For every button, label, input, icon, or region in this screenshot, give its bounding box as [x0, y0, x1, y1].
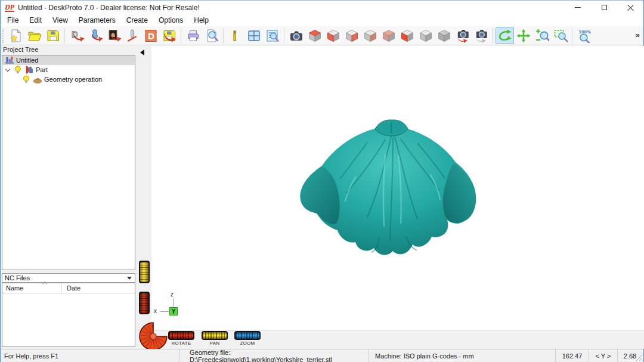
nc-column-name[interactable]: Name — [2, 283, 62, 293]
menu-parameters[interactable]: Parameters — [73, 15, 121, 26]
view-bottom-button[interactable] — [379, 27, 398, 44]
reset-view-button[interactable] — [453, 27, 472, 44]
pan-led-bar-icon — [202, 331, 228, 340]
load-geometry-button[interactable] — [86, 27, 104, 44]
visibility-bulb-icon[interactable] — [13, 65, 23, 75]
toolbar: D D — [1, 26, 643, 45]
view-front-button[interactable] — [324, 27, 342, 44]
view-right-icon — [345, 29, 359, 43]
window-title: Untitled - DeskProto 7.0 - Dealer licens… — [18, 4, 200, 12]
load-bitmap-button[interactable] — [104, 27, 123, 44]
status-machine: Machine: ISO plain G-codes - mm — [369, 349, 555, 362]
zoom-tool-icon — [535, 29, 549, 43]
svg-text:D: D — [72, 29, 78, 39]
nc-files-list-header: Name Date — [2, 283, 135, 293]
rotate-mode-label: ROTATE — [168, 341, 194, 346]
status-help: For Help, press F1 — [1, 349, 179, 362]
d-file-button[interactable]: D — [141, 27, 160, 44]
part-icon — [24, 65, 34, 75]
status-geometry-file: Geometry file: D:\Freedesignwold\1.worki… — [179, 349, 369, 362]
tree-label-geometry-operation: Geometry operation — [44, 76, 102, 83]
snapshot-icon — [289, 29, 304, 43]
pan-speed-bar[interactable] — [139, 261, 150, 283]
view-left-button[interactable] — [398, 27, 416, 44]
view-right-button[interactable] — [342, 27, 361, 44]
open-file-button[interactable] — [25, 27, 44, 44]
menu-file[interactable]: File — [2, 15, 24, 26]
print-preview-icon — [205, 29, 219, 43]
nc-column-date[interactable]: Date — [62, 283, 80, 293]
window-controls — [565, 1, 643, 14]
pan-tool-button[interactable] — [514, 27, 532, 44]
operation-list-button[interactable] — [263, 27, 281, 44]
tree-expand-chevron-icon[interactable] — [5, 67, 10, 72]
rotate-tool-button[interactable] — [496, 27, 514, 44]
open-file-icon — [27, 29, 42, 43]
nc-files-list: Name Date — [2, 283, 135, 347]
rotate-speed-bar[interactable] — [139, 292, 150, 314]
tree-row-geometry-operation[interactable]: Geometry operation — [2, 75, 135, 84]
operation-icon — [33, 75, 42, 84]
tree-label-untitled: Untitled — [16, 57, 38, 64]
new-file-button[interactable] — [7, 27, 25, 44]
tree-row-part[interactable]: Part — [2, 65, 135, 75]
project-icon — [5, 55, 14, 65]
zoom-mode-button[interactable]: ZOOM — [234, 331, 261, 346]
resize-grip[interactable] — [642, 349, 643, 362]
title-bar[interactable]: DP Untitled - DeskProto 7.0 - Dealer lic… — [1, 1, 643, 14]
view-front-icon — [326, 29, 340, 43]
view-perspective-icon — [437, 29, 451, 43]
zoom-window-button[interactable] — [551, 27, 569, 44]
load-vector-button[interactable] — [123, 27, 141, 44]
visibility-bulb-icon[interactable] — [21, 75, 31, 84]
view-isometric-button[interactable] — [416, 27, 435, 44]
rotation-dial[interactable] — [138, 321, 168, 351]
zoom-tool-button[interactable] — [532, 27, 551, 44]
menu-create[interactable]: Create — [121, 15, 153, 26]
svg-text:D: D — [148, 30, 154, 41]
model-3d[interactable] — [296, 118, 481, 262]
menu-help[interactable]: Help — [188, 15, 214, 26]
view-back-button[interactable] — [361, 27, 379, 44]
toolbar-grip[interactable] — [2, 29, 5, 43]
collapse-panel-button[interactable] — [140, 49, 144, 55]
toolbar-separator — [284, 28, 284, 44]
info-button[interactable]: i — [226, 27, 244, 44]
view-top-button[interactable] — [305, 27, 324, 44]
svg-text:i: i — [233, 29, 236, 43]
load-project-button[interactable]: D — [67, 27, 86, 44]
print-button[interactable] — [184, 27, 202, 44]
minimize-icon — [575, 7, 581, 8]
project-tree-header: Project Tree — [1, 46, 137, 54]
operation-list-icon — [265, 29, 280, 43]
toolbar-separator — [493, 28, 493, 44]
viewport-tool-strip — [137, 46, 151, 349]
window-layout-button[interactable] — [244, 27, 263, 44]
toolbar-overflow-chevron[interactable]: » — [636, 30, 640, 39]
menu-options[interactable]: Options — [153, 15, 188, 26]
axis-x-label: x — [154, 308, 157, 314]
window-layout-icon — [247, 29, 261, 43]
view-bottom-icon — [382, 29, 396, 43]
status-coordinate-value: 162.47 — [555, 349, 589, 362]
close-button[interactable] — [617, 1, 643, 14]
nc-files-dropdown[interactable]: NC Files — [2, 273, 135, 283]
save-file-button[interactable] — [44, 27, 62, 44]
viewport-canvas[interactable]: z x Y — [151, 46, 644, 330]
snapshot-button[interactable] — [287, 27, 305, 44]
axis-indicator: z x Y — [153, 291, 180, 318]
tree-row-untitled[interactable]: Untitled — [2, 55, 135, 65]
load-geometry-icon — [88, 29, 103, 43]
view-perspective-button[interactable] — [435, 27, 453, 44]
deskproto-window: DP Untitled - DeskProto 7.0 - Dealer lic… — [0, 0, 644, 362]
minimize-button[interactable] — [565, 1, 591, 14]
menu-view[interactable]: View — [47, 15, 73, 26]
pan-mode-button[interactable]: PAN — [202, 331, 228, 346]
zoom-100-button[interactable]: 100% — [575, 27, 593, 44]
menu-edit[interactable]: Edit — [24, 15, 47, 26]
previous-view-button[interactable] — [472, 27, 490, 44]
print-preview-button[interactable] — [202, 27, 221, 44]
rotate-mode-button[interactable]: ROTATE — [168, 331, 194, 346]
maximize-button[interactable] — [591, 1, 617, 14]
write-nc-file-button[interactable] — [160, 27, 178, 44]
